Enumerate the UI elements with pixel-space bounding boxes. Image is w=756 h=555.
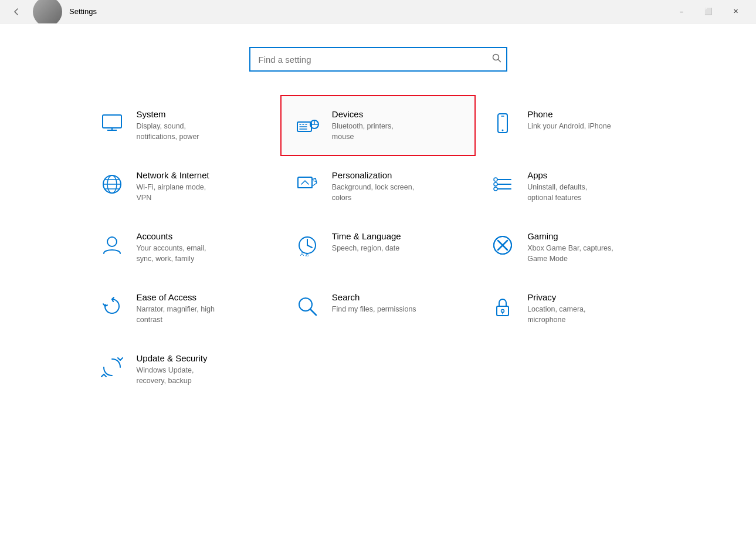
time-icon: A あ: [293, 231, 321, 259]
svg-line-1: [498, 60, 500, 62]
ease-icon: [98, 292, 126, 320]
settings-grid: System Display, sound, notifications, po…: [85, 95, 672, 400]
ease-name: Ease of Access: [137, 292, 267, 302]
svg-point-16: [502, 130, 504, 131]
privacy-icon: [489, 292, 517, 320]
setting-phone[interactable]: Phone Link your Android, iPhone: [476, 95, 671, 156]
personalization-desc: Background, lock screen, colors: [332, 182, 463, 203]
personalization-text: Personalization Background, lock screen,…: [332, 170, 463, 203]
gaming-text: Gaming Xbox Game Bar, captures, Game Mod…: [527, 231, 658, 264]
close-button[interactable]: ✕: [722, 2, 749, 21]
setting-ease[interactable]: Ease of Access Narrator, magnifier, high…: [85, 278, 280, 339]
time-text: Time & Language Speech, region, date: [332, 231, 463, 254]
main-content: System Display, sound, notifications, po…: [0, 23, 756, 555]
search-icon: [492, 53, 501, 65]
devices-icon: [293, 109, 321, 137]
phone-text: Phone Link your Android, iPhone: [527, 109, 658, 132]
search-setting-name: Search: [332, 292, 463, 302]
search-setting-desc: Find my files, permissions: [332, 304, 463, 315]
time-name: Time & Language: [332, 231, 463, 241]
privacy-desc: Location, camera, microphone: [527, 304, 658, 325]
search-container: [249, 47, 507, 72]
system-text: System Display, sound, notifications, po…: [137, 109, 267, 142]
update-name: Update & Security: [137, 353, 267, 363]
system-icon: [98, 109, 126, 137]
svg-point-28: [494, 182, 497, 186]
setting-update[interactable]: Update & Security Windows Update, recove…: [85, 339, 280, 400]
ease-text: Ease of Access Narrator, magnifier, high…: [137, 292, 267, 325]
privacy-text: Privacy Location, camera, microphone: [527, 292, 658, 325]
setting-privacy[interactable]: Privacy Location, camera, microphone: [476, 278, 671, 339]
svg-text:あ: あ: [305, 252, 309, 257]
setting-accounts[interactable]: Accounts Your accounts, email, sync, wor…: [85, 217, 280, 278]
svg-point-29: [494, 187, 497, 191]
avatar: [33, 0, 62, 23]
svg-rect-2: [103, 115, 121, 128]
phone-icon: [489, 109, 517, 137]
titlebar: Settings − ⬜ ✕: [0, 0, 756, 23]
gaming-icon: [489, 231, 517, 259]
accounts-icon: [98, 231, 126, 259]
setting-apps[interactable]: Apps Uninstall, defaults, optional featu…: [476, 156, 671, 217]
accounts-desc: Your accounts, email, sync, work, family: [137, 243, 267, 264]
system-name: System: [137, 109, 267, 119]
setting-time[interactable]: A あ Time & Language Speech, region, date: [280, 217, 476, 278]
restore-button[interactable]: ⬜: [695, 2, 722, 21]
network-desc: Wi-Fi, airplane mode, VPN: [137, 182, 267, 203]
search-input[interactable]: [249, 47, 507, 72]
gaming-name: Gaming: [527, 231, 658, 241]
ease-desc: Narrator, magnifier, high contrast: [137, 304, 267, 325]
system-desc: Display, sound, notifications, power: [137, 121, 267, 142]
minimize-button[interactable]: −: [668, 2, 695, 21]
setting-system[interactable]: System Display, sound, notifications, po…: [85, 95, 280, 156]
setting-devices[interactable]: Devices Bluetooth, printers, mouse: [280, 95, 476, 156]
gaming-desc: Xbox Game Bar, captures, Game Mode: [527, 243, 658, 264]
svg-text:A: A: [300, 251, 304, 257]
time-desc: Speech, region, date: [332, 243, 463, 254]
svg-rect-22: [298, 177, 312, 188]
svg-line-23: [313, 181, 316, 182]
setting-search[interactable]: Search Find my files, permissions: [280, 278, 476, 339]
accounts-name: Accounts: [137, 231, 267, 241]
devices-name: Devices: [332, 109, 463, 119]
titlebar-left: Settings: [7, 0, 97, 23]
network-name: Network & Internet: [137, 170, 267, 180]
phone-desc: Link your Android, iPhone: [527, 121, 658, 132]
personalization-name: Personalization: [332, 170, 463, 180]
apps-name: Apps: [527, 170, 658, 180]
svg-point-30: [107, 237, 117, 246]
svg-line-41: [310, 309, 316, 315]
svg-point-27: [494, 178, 497, 181]
back-button[interactable]: [7, 2, 26, 21]
phone-name: Phone: [527, 109, 658, 119]
privacy-name: Privacy: [527, 292, 658, 302]
setting-gaming[interactable]: Gaming Xbox Game Bar, captures, Game Mod…: [476, 217, 671, 278]
window-controls: − ⬜ ✕: [668, 2, 749, 21]
update-icon: [98, 353, 126, 381]
window-title: Settings: [69, 7, 97, 16]
devices-desc: Bluetooth, printers, mouse: [332, 121, 463, 142]
update-text: Update & Security Windows Update, recove…: [137, 353, 267, 386]
apps-text: Apps Uninstall, defaults, optional featu…: [527, 170, 658, 203]
search-setting-icon: [293, 292, 321, 320]
setting-network[interactable]: Network & Internet Wi-Fi, airplane mode,…: [85, 156, 280, 217]
devices-text: Devices Bluetooth, printers, mouse: [332, 109, 463, 142]
search-setting-text: Search Find my files, permissions: [332, 292, 463, 315]
accounts-text: Accounts Your accounts, email, sync, wor…: [137, 231, 267, 264]
svg-line-33: [307, 245, 312, 248]
network-text: Network & Internet Wi-Fi, airplane mode,…: [137, 170, 267, 203]
apps-desc: Uninstall, defaults, optional features: [527, 182, 658, 203]
update-desc: Windows Update, recovery, backup: [137, 366, 267, 386]
setting-personalization[interactable]: Personalization Background, lock screen,…: [280, 156, 476, 217]
network-icon: [98, 170, 126, 198]
personalization-icon: [293, 170, 321, 198]
apps-icon: [489, 170, 517, 198]
